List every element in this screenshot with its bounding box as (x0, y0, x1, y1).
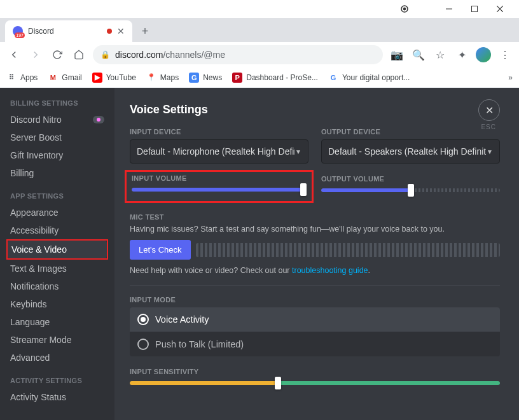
extensions-icon[interactable]: ✦ (454, 47, 469, 62)
radio-checked-icon (137, 314, 149, 325)
troubleshooting-link[interactable]: troubleshooting guide (292, 266, 368, 275)
maximize-button[interactable] (462, 0, 487, 18)
close-tab-icon[interactable]: ✕ (117, 26, 125, 36)
lock-icon: 🔒 (100, 50, 110, 59)
sidebar-item-activity-status[interactable]: Activity Status (6, 388, 108, 406)
bookmark-gmail[interactable]: MGmail (48, 73, 81, 83)
sidebar-item-notifications[interactable]: Notifications (6, 277, 108, 295)
sidebar-item-changelog[interactable]: Change Log (6, 415, 108, 420)
mic-test-label: MIC TEST (130, 213, 500, 221)
sidebar-header-billing: BILLING SETTINGS (10, 99, 108, 107)
svg-rect-3 (472, 6, 478, 12)
input-volume-label: INPUT VOLUME (132, 174, 307, 182)
radio-voice-activity[interactable]: Voice Activity (130, 307, 500, 332)
input-device-label: INPUT DEVICE (130, 128, 308, 136)
mic-level-meter (196, 243, 500, 257)
tab-title: Discord (28, 27, 102, 36)
lets-check-button[interactable]: Let's Check (130, 240, 191, 260)
mic-test-help: Having mic issues? Start a test and say … (130, 225, 500, 234)
sidebar-item-advanced[interactable]: Advanced (6, 349, 108, 367)
window-titlebar (0, 0, 519, 18)
bookmark-dashboard[interactable]: PDashboard - ProSe... (232, 73, 318, 83)
home-button[interactable] (71, 47, 86, 62)
close-settings-button[interactable]: ✕ (478, 99, 500, 121)
sidebar-item-accessibility[interactable]: Accessibility (6, 221, 108, 239)
url-path: /channels/@me (163, 50, 225, 60)
input-mode-group: Voice Activity Push to Talk (Limited) (130, 307, 500, 356)
troubleshoot-help: Need help with voice or video? Check out… (130, 266, 500, 275)
section-divider (130, 285, 500, 286)
discord-favicon-icon (13, 26, 23, 36)
sidebar-item-text[interactable]: Text & Images (6, 260, 108, 277)
highlight-box-input-volume: INPUT VOLUME (125, 170, 314, 203)
sidebar-item-voice-video[interactable]: Voice & Video (8, 241, 107, 258)
output-volume-label: OUTPUT VOLUME (321, 175, 500, 183)
minimize-button[interactable] (436, 0, 462, 18)
input-volume-slider[interactable] (132, 186, 307, 193)
input-mode-label: INPUT MODE (130, 296, 500, 304)
bookmark-youtube[interactable]: ▶YouTube (92, 73, 136, 83)
svg-point-1 (403, 8, 406, 10)
close-window-button[interactable] (487, 0, 513, 18)
profile-avatar[interactable] (476, 47, 491, 62)
settings-main: ✕ ESC Voice Settings INPUT DEVICE Defaul… (114, 88, 519, 420)
incognito-icon (392, 0, 417, 18)
back-button[interactable] (6, 47, 22, 62)
output-device-label: OUTPUT DEVICE (321, 128, 500, 136)
discord-app: BILLING SETTINGS Discord Nitro Server Bo… (0, 88, 519, 420)
browser-toolbar: 🔒 discord.com/channels/@me 📷 🔍 ☆ ✦ ⋮ (0, 42, 519, 67)
bookmark-maps[interactable]: 📍Maps (146, 73, 179, 83)
input-sensitivity-label: INPUT SENSITIVITY (130, 368, 500, 375)
bookmarks-bar: ⠿Apps MGmail ▶YouTube 📍Maps GNews PDashb… (0, 67, 519, 88)
bookmark-apps[interactable]: ⠿Apps (6, 73, 38, 83)
sidebar-header-activity: ACTIVITY SETTINGS (10, 377, 108, 384)
sidebar-item-streamer[interactable]: Streamer Mode (6, 331, 108, 349)
chevron-down-icon: ▼ (487, 148, 493, 155)
input-sensitivity-slider[interactable] (130, 379, 500, 387)
bookmark-star-icon[interactable]: ☆ (432, 47, 448, 62)
sidebar-header-app: APP SETTINGS (10, 192, 108, 200)
sidebar-item-nitro[interactable]: Discord Nitro (6, 111, 108, 129)
chevron-down-icon: ▼ (295, 148, 301, 155)
sidebar-item-boost[interactable]: Server Boost (6, 129, 108, 146)
bookmark-news[interactable]: GNews (189, 73, 222, 83)
recording-indicator-icon (107, 29, 112, 34)
settings-sidebar: BILLING SETTINGS Discord Nitro Server Bo… (0, 88, 114, 420)
sidebar-item-keybinds[interactable]: Keybinds (6, 295, 108, 313)
sidebar-item-billing[interactable]: Billing (6, 164, 108, 182)
nitro-badge-icon (93, 116, 104, 123)
reload-button[interactable] (50, 47, 65, 62)
url-domain: discord.com (115, 50, 163, 60)
zoom-icon[interactable]: 🔍 (411, 47, 426, 62)
sidebar-item-language[interactable]: Language (6, 313, 108, 331)
input-device-select[interactable]: Default - Microphone (Realtek High Defin… (130, 139, 308, 164)
esc-label: ESC (481, 123, 496, 130)
forward-button[interactable] (28, 47, 43, 62)
page-title: Voice Settings (130, 103, 500, 116)
bookmark-digital[interactable]: GYour digital opport... (328, 73, 410, 83)
radio-unchecked-icon (137, 339, 149, 350)
menu-icon[interactable]: ⋮ (497, 47, 513, 62)
sidebar-item-gift[interactable]: Gift Inventory (6, 146, 108, 164)
radio-push-to-talk[interactable]: Push to Talk (Limited) (130, 332, 500, 356)
address-bar[interactable]: 🔒 discord.com/channels/@me (93, 45, 383, 64)
new-tab-button[interactable]: + (136, 22, 154, 40)
sidebar-item-appearance[interactable]: Appearance (6, 204, 108, 221)
browser-tab[interactable]: Discord ✕ (5, 20, 132, 42)
bookmarks-overflow[interactable]: » (508, 73, 513, 82)
output-device-select[interactable]: Default - Speakers (Realtek High Definit… (321, 139, 500, 164)
output-volume-slider[interactable] (321, 186, 500, 194)
highlight-box-voice: Voice & Video (6, 239, 108, 260)
camera-icon[interactable]: 📷 (389, 47, 405, 62)
browser-tabbar: Discord ✕ + (0, 18, 519, 42)
